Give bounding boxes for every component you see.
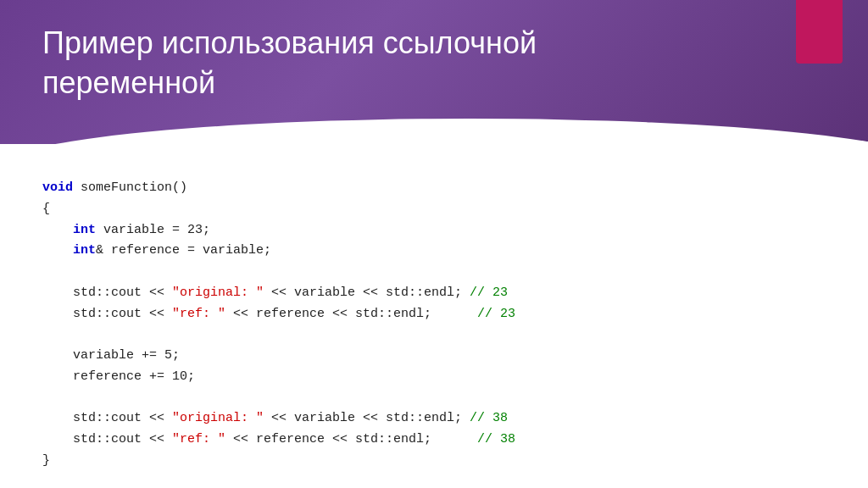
code-line-3: int variable = 23; xyxy=(42,220,826,241)
code-line-8 xyxy=(42,324,826,346)
slide-header: Пример использования ссылочной переменно… xyxy=(0,0,868,144)
code-line-12: std::cout << "original: " << variable <<… xyxy=(42,408,826,430)
code-line-1: void someFunction() xyxy=(42,178,826,199)
code-line-4: int& reference = variable; xyxy=(42,241,826,262)
code-block: void someFunction() { int variable = 23;… xyxy=(42,178,826,472)
accent-rectangle xyxy=(796,0,843,64)
code-line-10: reference += 10; xyxy=(42,367,826,388)
slide-title: Пример использования ссылочной переменно… xyxy=(42,24,636,103)
code-line-7: std::cout << "ref: " << reference << std… xyxy=(42,304,826,325)
code-line-2: { xyxy=(42,199,826,220)
slide: Пример использования ссылочной переменно… xyxy=(0,0,868,488)
code-line-9: variable += 5; xyxy=(42,346,826,367)
code-line-5 xyxy=(42,262,826,283)
code-line-14: } xyxy=(42,451,826,472)
code-area: void someFunction() { int variable = 23;… xyxy=(0,152,868,488)
code-line-11 xyxy=(42,388,826,409)
code-line-6: std::cout << "original: " << variable <<… xyxy=(42,283,826,304)
code-line-13: std::cout << "ref: " << reference << std… xyxy=(42,430,826,451)
